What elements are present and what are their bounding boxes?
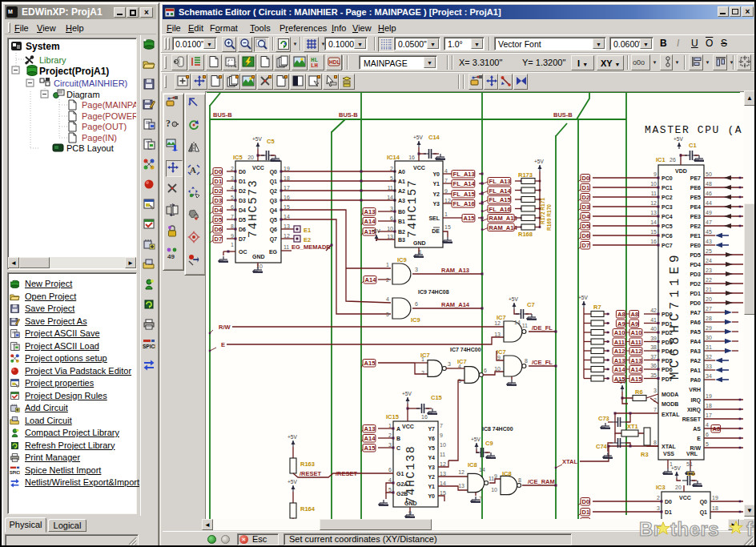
svg-text:1: 1	[388, 423, 392, 428]
svg-text:16: 16	[650, 239, 657, 244]
svg-text:5: 5	[231, 195, 234, 200]
svg-text:10: 10	[387, 226, 393, 231]
svg-text:PE0: PE0	[690, 243, 701, 248]
svg-text:IC15: IC15	[386, 413, 399, 420]
svg-text:26: 26	[670, 157, 676, 163]
svg-text:PD7: PD7	[662, 376, 673, 382]
svg-text:System: System	[26, 41, 60, 52]
svg-text:A8: A8	[617, 311, 625, 318]
svg-text:Y2: Y2	[428, 474, 435, 480]
svg-text:A: A	[396, 426, 400, 432]
svg-text:G1: G1	[396, 471, 404, 477]
svg-text:A15: A15	[631, 376, 642, 383]
svg-text:EG: EG	[269, 249, 278, 255]
svg-text:Y2: Y2	[432, 191, 440, 197]
svg-text:74HC573: 74HC573	[247, 179, 259, 238]
svg-text:D0: D0	[582, 498, 590, 505]
svg-text:35: 35	[650, 372, 657, 378]
svg-text:5: 5	[386, 312, 389, 317]
svg-text:15: 15	[444, 224, 451, 230]
svg-text:IC5: IC5	[233, 154, 243, 161]
svg-text:SPICE: SPICE	[10, 469, 20, 474]
svg-text:IC8: IC8	[502, 470, 512, 477]
svg-text:20: 20	[706, 296, 712, 302]
svg-text:R7: R7	[593, 304, 601, 311]
svg-text:thers: thers	[670, 518, 719, 540]
svg-text:A10: A10	[614, 329, 625, 336]
svg-text:D0: D0	[215, 168, 223, 175]
svg-text:PC7: PC7	[662, 243, 673, 248]
svg-text:PA7: PA7	[690, 310, 701, 316]
svg-text:FL_A15: FL_A15	[453, 191, 475, 198]
svg-text:IC3: IC3	[656, 484, 666, 491]
svg-text:PD2: PD2	[662, 330, 673, 336]
svg-text:A11: A11	[631, 339, 641, 346]
svg-text:29: 29	[706, 325, 712, 331]
svg-text:C9: C9	[485, 440, 493, 447]
svg-text:2: 2	[657, 495, 660, 501]
svg-text:/DE_FL: /DE_FL	[532, 324, 553, 332]
svg-text:PC3: PC3	[662, 204, 673, 210]
svg-text:16: 16	[408, 155, 415, 160]
svg-text:1: 1	[444, 211, 448, 217]
svg-text:5: 5	[390, 175, 393, 181]
svg-text:A14: A14	[364, 435, 376, 442]
svg-text:D5: D5	[239, 217, 246, 223]
svg-text:PA3: PA3	[690, 348, 701, 354]
svg-text:A3: A3	[398, 198, 405, 203]
svg-text:/RESET: /RESET	[336, 470, 358, 477]
svg-text:D4: D4	[215, 207, 223, 214]
svg-text:Q4: Q4	[270, 207, 277, 214]
svg-text:EXTAL: EXTAL	[662, 412, 680, 417]
svg-text:14: 14	[479, 467, 485, 473]
svg-text:D6: D6	[582, 232, 590, 239]
svg-text:Y7: Y7	[428, 426, 435, 432]
svg-text:PD4: PD4	[662, 348, 673, 354]
svg-text:EG_MEMADR: EG_MEMADR	[292, 243, 331, 251]
svg-text:3: 3	[653, 388, 657, 393]
svg-text:6: 6	[388, 467, 392, 473]
svg-text:D4: D4	[582, 213, 590, 220]
svg-text:Q6: Q6	[270, 227, 277, 233]
svg-text:+5V: +5V	[413, 135, 423, 140]
svg-text:C73: C73	[598, 415, 609, 422]
svg-text:RAM_A14: RAM_A14	[441, 301, 470, 308]
svg-text:PA4: PA4	[690, 339, 701, 344]
svg-text:D1: D1	[239, 179, 246, 184]
svg-text:PC0: PC0	[662, 175, 673, 181]
svg-text:R172 R171: R172 R171	[540, 198, 545, 224]
svg-text:49: 49	[167, 253, 175, 259]
svg-text:D1: D1	[665, 509, 672, 515]
svg-text:20: 20	[675, 485, 682, 490]
svg-text:BUS-B: BUS-B	[339, 111, 358, 119]
svg-text:17: 17	[284, 185, 290, 191]
svg-text:13: 13	[650, 210, 657, 215]
svg-text:A14: A14	[365, 276, 377, 284]
svg-text:14: 14	[514, 320, 521, 325]
svg-text:IC9: IC9	[397, 256, 407, 263]
svg-text:6: 6	[231, 204, 234, 210]
svg-text:14: 14	[387, 195, 393, 200]
svg-text:48: 48	[706, 181, 712, 187]
svg-text:FL_A15: FL_A15	[489, 196, 511, 203]
svg-text:PC6: PC6	[662, 233, 673, 239]
svg-text:IC8 74HC00: IC8 74HC00	[482, 426, 513, 432]
svg-text:D2: D2	[582, 194, 590, 201]
svg-text:17: 17	[706, 412, 712, 418]
svg-text:8: 8	[231, 223, 234, 229]
svg-text:10: 10	[256, 263, 263, 269]
svg-text:10: 10	[491, 487, 497, 493]
svg-text:D7: D7	[582, 242, 590, 249]
svg-text:C14: C14	[428, 134, 440, 141]
svg-text:22: 22	[706, 277, 712, 283]
svg-text:VRH: VRH	[689, 387, 701, 392]
svg-text:A: A	[190, 165, 196, 175]
svg-text:12: 12	[444, 198, 451, 203]
svg-text:PA5: PA5	[690, 329, 701, 335]
svg-text:14: 14	[440, 481, 446, 486]
svg-text:4: 4	[444, 168, 448, 174]
svg-text:+5V: +5V	[578, 295, 588, 300]
svg-text:Q5: Q5	[270, 217, 277, 223]
svg-text:XT1: XT1	[627, 423, 638, 430]
svg-text:D3: D3	[239, 198, 246, 203]
